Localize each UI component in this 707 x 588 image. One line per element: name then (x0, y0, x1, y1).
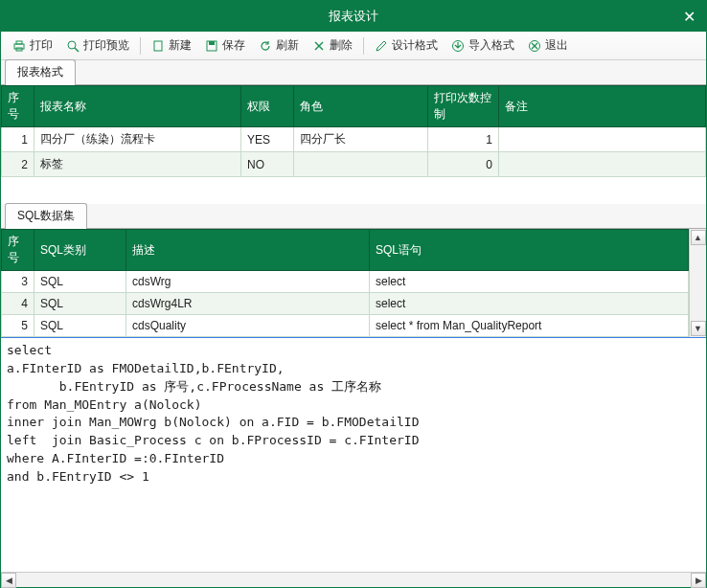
cell-idx: 2 (2, 152, 34, 177)
save-button[interactable]: 保存 (199, 34, 251, 57)
exit-button[interactable]: 退出 (522, 34, 574, 57)
col-remark[interactable]: 备注 (499, 86, 706, 127)
cell-sql-type: SQL (34, 293, 126, 315)
new-label: 新建 (169, 37, 192, 54)
tab-row-sql: SQL数据集 (1, 204, 706, 229)
pencil-icon (375, 39, 388, 53)
col-perm[interactable]: 权限 (241, 86, 294, 127)
cell-desc: cdsWrg4LR (126, 293, 370, 315)
separator (363, 37, 364, 55)
print-label: 打印 (30, 37, 53, 54)
chevron-down-icon: ▼ (694, 324, 702, 333)
tab-sql[interactable]: SQL数据集 (5, 203, 87, 229)
table-row[interactable]: 5SQLcdsQualityselect * from Man_QualityR… (2, 315, 689, 337)
chevron-left-icon: ◀ (6, 576, 12, 585)
cell-desc: cdsWrg (126, 271, 370, 293)
svg-rect-7 (209, 41, 215, 45)
cell-print-ctrl: 1 (428, 127, 499, 152)
separator (140, 37, 141, 55)
col2-sql-type[interactable]: SQL类别 (34, 230, 126, 271)
col2-desc[interactable]: 描述 (126, 230, 370, 271)
cell-idx: 3 (2, 271, 34, 293)
sql-text: select a.FInterID as FMODetailID,b.FEntr… (7, 343, 419, 484)
col-print-ctrl[interactable]: 打印次数控制 (428, 86, 499, 127)
vertical-scrollbar[interactable]: ▲ ▼ (689, 229, 706, 337)
cell-sql: select (370, 293, 689, 315)
cell-desc: cdsQuality (126, 315, 370, 337)
import-icon (451, 39, 465, 53)
tab-format[interactable]: 报表格式 (5, 59, 76, 85)
titlebar: 报表设计 ✕ (1, 1, 706, 32)
print-button[interactable]: 打印 (7, 34, 58, 57)
cell-sql-type: SQL (34, 315, 126, 337)
scroll-right-button[interactable]: ▶ (691, 573, 706, 588)
cell-print-ctrl: 0 (428, 152, 499, 177)
cell-role: 四分厂长 (294, 127, 428, 152)
design-format-button[interactable]: 设计格式 (369, 34, 444, 57)
sql-grid-outer: 序号 SQL类别 描述 SQL语句 3SQLcdsWrgselect4SQLcd… (1, 229, 706, 337)
window-title: 报表设计 (329, 8, 378, 25)
scroll-up-button[interactable]: ▲ (691, 230, 706, 245)
design-format-label: 设计格式 (392, 37, 438, 54)
sql-table[interactable]: 序号 SQL类别 描述 SQL语句 3SQLcdsWrgselect4SQLcd… (1, 229, 689, 337)
cell-name: 四分厂（练染）流程卡 (34, 127, 241, 152)
grid1-spacer (1, 177, 706, 204)
import-format-label: 导入格式 (468, 37, 514, 54)
svg-point-3 (68, 41, 76, 49)
cell-role (294, 152, 428, 177)
chevron-right-icon: ▶ (696, 576, 702, 585)
col2-idx[interactable]: 序号 (2, 230, 34, 271)
new-button[interactable]: 新建 (146, 34, 197, 57)
delete-label: 删除 (330, 37, 353, 54)
tab-sql-label: SQL数据集 (17, 209, 75, 222)
app-window: 报表设计 ✕ 打印 打印预览 新建 (0, 0, 707, 588)
table-row[interactable]: 4SQLcdsWrg4LRselect (2, 293, 689, 315)
svg-line-4 (75, 48, 79, 52)
col-role[interactable]: 角色 (294, 86, 428, 127)
refresh-icon (259, 39, 272, 53)
tab-row-format: 报表格式 (1, 60, 706, 85)
close-button[interactable]: ✕ (672, 1, 706, 32)
printer-icon (12, 39, 26, 53)
cell-sql: select (370, 271, 689, 293)
cell-sql: select * from Man_QualityReport (370, 315, 689, 337)
refresh-button[interactable]: 刷新 (253, 34, 305, 57)
col-name[interactable]: 报表名称 (34, 86, 241, 127)
scroll-left-button[interactable]: ◀ (1, 573, 16, 588)
cell-idx: 1 (2, 127, 34, 152)
preview-icon (66, 39, 80, 53)
col2-sql[interactable]: SQL语句 (370, 230, 689, 271)
cell-remark (499, 127, 706, 152)
sql-editor[interactable]: select a.FInterID as FMODetailID,b.FEntr… (1, 337, 706, 572)
scroll-down-button[interactable]: ▼ (691, 321, 706, 336)
cell-name: 标签 (34, 152, 241, 177)
cell-remark (499, 152, 706, 177)
delete-icon (312, 39, 326, 53)
cell-idx: 4 (2, 293, 34, 315)
col-idx[interactable]: 序号 (2, 86, 34, 127)
cell-sql-type: SQL (34, 271, 126, 293)
horizontal-scrollbar[interactable]: ◀ ▶ (1, 572, 706, 587)
save-icon (205, 39, 218, 53)
format-grid-wrap: 序号 报表名称 权限 角色 打印次数控制 备注 1四分厂（练染）流程卡YES四分… (1, 85, 706, 204)
print-preview-label: 打印预览 (83, 37, 129, 54)
import-format-button[interactable]: 导入格式 (445, 34, 520, 57)
exit-icon (528, 39, 541, 53)
refresh-label: 刷新 (276, 37, 299, 54)
toolbar: 打印 打印预览 新建 保存 刷新 (1, 32, 706, 60)
delete-button[interactable]: 删除 (307, 34, 358, 57)
cell-perm: YES (241, 127, 294, 152)
table-row[interactable]: 3SQLcdsWrgselect (2, 271, 689, 293)
print-preview-button[interactable]: 打印预览 (60, 34, 135, 57)
tab-format-label: 报表格式 (17, 65, 63, 79)
svg-rect-5 (154, 41, 162, 51)
format-table[interactable]: 序号 报表名称 权限 角色 打印次数控制 备注 1四分厂（练染）流程卡YES四分… (1, 85, 706, 177)
save-label: 保存 (222, 37, 245, 54)
new-file-icon (151, 39, 165, 53)
exit-label: 退出 (545, 37, 568, 54)
table-row[interactable]: 1四分厂（练染）流程卡YES四分厂长1 (2, 127, 706, 152)
cell-idx: 5 (2, 315, 34, 337)
cell-perm: NO (241, 152, 294, 177)
table-row[interactable]: 2标签NO0 (2, 152, 706, 177)
chevron-up-icon: ▲ (694, 233, 702, 242)
